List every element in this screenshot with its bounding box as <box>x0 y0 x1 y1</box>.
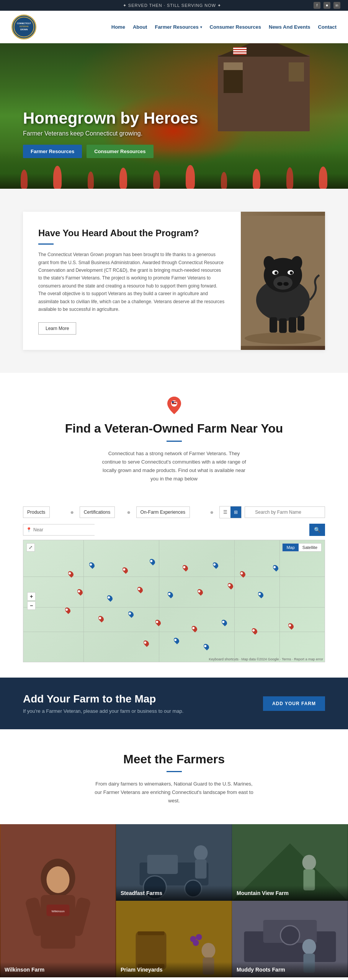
svg-point-51 <box>193 940 199 946</box>
map-pin[interactable] <box>127 610 135 618</box>
nav-consumer-resources[interactable]: Consumer Resources <box>210 24 261 30</box>
farm-name-search[interactable] <box>245 506 325 518</box>
farmer-grid: Wilkinson Wilkinson Farm Steadfast Farms <box>0 824 348 977</box>
location-input[interactable] <box>23 524 95 536</box>
map-pin[interactable] <box>287 622 295 630</box>
svg-point-43 <box>302 855 316 870</box>
svg-point-5 <box>245 333 321 344</box>
products-filter[interactable]: Products <box>23 506 50 518</box>
hero-buttons: Farmer Resources Consumer Resources <box>23 145 198 158</box>
svg-text:Wilkinson: Wilkinson <box>51 910 64 913</box>
map-pin[interactable] <box>197 588 204 596</box>
chevron-down-icon: ▾ <box>200 25 202 29</box>
map-pin[interactable] <box>154 619 162 626</box>
nav-about[interactable]: About <box>133 24 147 30</box>
map-background: ⤢ + − Map Satellite Keyboard shortcuts ·… <box>23 540 325 662</box>
svg-rect-38 <box>147 855 178 874</box>
zoom-out-button[interactable]: − <box>27 601 36 610</box>
map-pin[interactable] <box>227 582 234 590</box>
mountain-view-farm-card[interactable]: Mountain View Farm <box>232 824 348 901</box>
map-pin[interactable] <box>272 564 279 572</box>
svg-rect-19 <box>289 317 296 333</box>
map-pin[interactable] <box>64 606 72 614</box>
svg-text:VETERAN: VETERAN <box>20 25 29 28</box>
add-farm-subtitle: If you're a Farmer Veteran, please add y… <box>23 708 183 714</box>
wilkinson-name: Wilkinson Farm <box>5 967 111 973</box>
map-pin[interactable] <box>97 615 105 622</box>
svg-point-8 <box>273 276 292 290</box>
linkedin-icon[interactable]: in <box>333 2 340 9</box>
satellite-view-type-button[interactable]: Satellite <box>299 544 321 551</box>
svg-point-52 <box>202 943 216 958</box>
add-farm-section: Add Your Farm to the Map If you're a Far… <box>0 678 348 729</box>
map-view-type-button[interactable]: Map <box>283 544 298 551</box>
nav-farmer-resources[interactable]: Farmer Resources ▾ <box>155 24 202 30</box>
hero-subtitle: Farmer Veterans keep Connecticut growing… <box>23 130 198 137</box>
priam-name: Priam Vineyards <box>121 967 227 973</box>
svg-rect-40 <box>195 859 207 879</box>
map-pin[interactable] <box>251 627 258 635</box>
map-pin[interactable] <box>221 619 229 626</box>
consumer-resources-button[interactable]: Consumer Resources <box>87 145 153 158</box>
farmer-resources-button[interactable]: Farmer Resources <box>23 145 82 158</box>
map-wrapper: ⤢ + − Map Satellite Keyboard shortcuts ·… <box>0 540 348 678</box>
view-toggle: ☰ ⊞ <box>219 506 242 518</box>
instagram-icon[interactable]: ■ <box>323 2 330 9</box>
map-pin[interactable] <box>88 561 96 569</box>
map-pin[interactable] <box>212 561 219 569</box>
find-farm-section: Find a Veteran-Owned Farm Near You Conne… <box>0 373 348 498</box>
hero-content: Homegrown by Heroes Farmer Veterans keep… <box>23 109 198 158</box>
svg-text:CONNECTICUT: CONNECTICUT <box>17 22 31 24</box>
steadfast-name: Steadfast Farms <box>121 890 227 896</box>
map-pin[interactable] <box>76 588 84 596</box>
program-body: The Connecticut Veteran Grown program ha… <box>38 251 225 313</box>
zoom-in-button[interactable]: + <box>27 592 36 601</box>
nav-contact[interactable]: Contact <box>318 24 337 30</box>
map-pin[interactable] <box>106 594 114 602</box>
program-divider <box>38 243 54 245</box>
map-pin[interactable] <box>167 591 174 598</box>
map-pin[interactable] <box>149 558 156 565</box>
priam-vineyards-card[interactable]: Priam Vineyards <box>116 901 232 977</box>
map-pin[interactable] <box>121 566 129 574</box>
priam-overlay: Priam Vineyards <box>116 962 232 977</box>
map-pin[interactable] <box>203 643 210 650</box>
svg-point-10 <box>283 282 289 286</box>
svg-rect-17 <box>270 317 277 333</box>
steadfast-farm-card[interactable]: Steadfast Farms <box>116 824 232 901</box>
muddy-roots-farm-card[interactable]: Muddy Roots Farm <box>232 901 348 977</box>
svg-rect-24 <box>172 403 176 403</box>
expand-map-button[interactable]: ⤢ <box>26 543 35 552</box>
steadfast-overlay: Steadfast Farms <box>116 885 232 901</box>
wilkinson-farm-card[interactable]: Wilkinson Wilkinson Farm <box>0 824 116 977</box>
svg-point-29 <box>47 866 70 893</box>
svg-point-57 <box>302 939 316 954</box>
svg-point-14 <box>290 271 293 274</box>
map-pin[interactable] <box>136 586 144 593</box>
svg-point-13 <box>274 271 278 274</box>
map-view-button[interactable]: ⊞ <box>230 506 241 518</box>
learn-more-button[interactable]: Learn More <box>38 322 76 335</box>
svg-rect-47 <box>138 931 165 935</box>
map-pin[interactable] <box>142 639 150 647</box>
meet-body: From dairy farmers to winemakers, Nation… <box>94 780 255 805</box>
location-search-button[interactable]: 🔍 <box>309 524 325 536</box>
certifications-filter[interactable]: Certifications <box>80 506 115 518</box>
facebook-icon[interactable]: f <box>314 2 320 9</box>
wilkinson-overlay: Wilkinson Farm <box>0 962 116 977</box>
filter-bar: Products ⊕ Certifications ⊕ On-Farm Expe… <box>0 498 348 522</box>
nav-news-events[interactable]: News And Events <box>269 24 310 30</box>
meet-farmers-section: Meet the Farmers From dairy farmers to w… <box>0 729 348 817</box>
map-pin[interactable] <box>181 564 189 572</box>
experiences-filter[interactable]: On-Farm Experiences <box>136 506 190 518</box>
find-title: Find a Veteran-Owned Farm Near You <box>23 421 325 436</box>
add-farm-button[interactable]: ADD YOUR FARM <box>263 696 325 711</box>
map-pin[interactable] <box>257 591 265 598</box>
social-icons: f ■ in <box>314 2 340 9</box>
nav-home[interactable]: Home <box>111 24 125 30</box>
mountain-view-name: Mountain View Farm <box>237 890 343 896</box>
list-view-button[interactable]: ☰ <box>220 506 230 518</box>
site-logo[interactable]: CONNECTICUT VETERAN GROWN <box>11 15 36 39</box>
meet-divider <box>167 771 182 772</box>
map-pin[interactable] <box>173 637 180 645</box>
